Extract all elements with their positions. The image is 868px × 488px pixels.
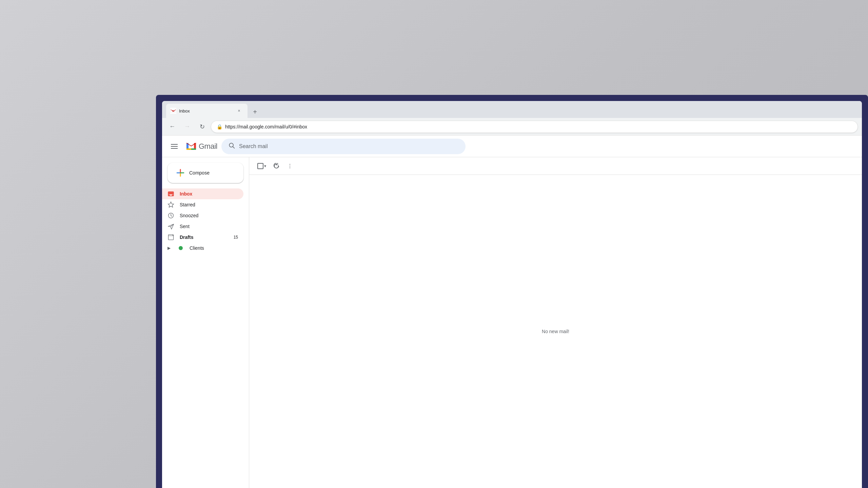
select-checkbox-button[interactable]: ▾ [255,162,269,170]
sidebar-item-snoozed-label: Snoozed [180,213,238,218]
browser-chrome: M Inbox × + ← → ↻ 🔒 https://mail.google.… [162,101,862,488]
no-new-mail-text: No new mail! [542,329,569,334]
refresh-button[interactable] [270,160,282,172]
refresh-icon [273,163,279,169]
forward-button[interactable]: → [181,121,193,133]
address-bar[interactable]: 🔒 https://mail.google.com/mail/u/0/#inbo… [211,121,858,133]
sidebar-item-clients[interactable]: ▶ Clients [162,243,243,253]
search-icon [228,142,235,150]
checkbox-square-icon [257,163,263,169]
compose-plus-icon [176,168,185,178]
sidebar-item-inbox[interactable]: Inbox [162,188,243,199]
compose-label: Compose [189,170,210,176]
svg-rect-6 [171,148,178,149]
hamburger-menu-button[interactable] [167,140,181,153]
tab-title: Inbox [179,108,233,114]
inbox-icon [167,190,174,197]
browser-tab[interactable]: M Inbox × [166,104,248,118]
sidebar-item-inbox-label: Inbox [180,191,238,197]
main-content: ▾ [249,157,862,488]
sidebar-item-snoozed[interactable]: Snoozed [162,210,243,221]
lock-icon: 🔒 [217,124,222,129]
gmail-logo: Gmail [185,140,217,152]
snoozed-icon [167,212,174,219]
sent-icon [167,223,174,230]
svg-rect-4 [171,144,178,145]
sidebar-item-drafts-label: Drafts [180,235,228,240]
sidebar-item-starred-label: Starred [180,202,238,207]
browser-content: Gmail Search mail [162,136,862,488]
chevron-down-icon: ▾ [264,164,266,168]
desktop: M Inbox × + ← → ↻ 🔒 https://mail.google.… [0,0,868,488]
svg-point-30 [290,167,290,168]
sidebar: Compose [162,157,249,488]
reload-button[interactable]: ↻ [196,121,208,133]
sidebar-item-sent[interactable]: Sent [162,221,243,232]
toolbar: ▾ [249,157,862,175]
monitor-frame: M Inbox × + ← → ↻ 🔒 https://mail.google.… [156,95,868,488]
gmail-header: Gmail Search mail [162,136,862,157]
sidebar-item-drafts[interactable]: Drafts 15 [162,232,243,243]
star-icon [167,201,174,208]
url-text: https://mail.google.com/mail/u/0/#inbox [225,124,852,129]
gmail-m-icon [185,140,197,152]
search-placeholder-text: Search mail [239,143,268,149]
drafts-icon [167,234,174,241]
clients-label-dot [177,245,184,251]
back-button[interactable]: ← [166,121,178,133]
gmail-logo-text: Gmail [199,142,217,151]
gmail-body: Compose [162,157,862,488]
new-tab-button[interactable]: + [249,106,261,118]
svg-text:M: M [172,109,174,113]
compose-button[interactable]: Compose [167,163,243,183]
svg-rect-12 [189,143,194,148]
gmail-favicon-icon: M [170,108,176,114]
svg-rect-5 [171,146,178,147]
svg-line-25 [171,216,172,217]
tab-bar: M Inbox × + [162,101,862,118]
sidebar-item-starred[interactable]: Starred [162,199,243,210]
svg-point-29 [290,165,290,166]
tab-close-button[interactable]: × [236,108,242,114]
more-options-button[interactable] [284,160,296,172]
sidebar-item-clients-label: Clients [190,245,238,251]
email-list-area: No new mail! [249,175,862,488]
more-options-icon [287,163,293,169]
svg-rect-27 [169,235,174,240]
hamburger-icon [171,143,178,150]
svg-rect-11 [191,148,196,150]
nav-bar: ← → ↻ 🔒 https://mail.google.com/mail/u/0… [162,118,862,136]
svg-line-14 [233,147,235,148]
expand-icon: ▶ [167,246,171,250]
gmail-app: Gmail Search mail [162,136,862,488]
svg-rect-10 [186,148,191,150]
search-bar[interactable]: Search mail [221,139,466,154]
sidebar-item-sent-label: Sent [180,224,238,229]
sidebar-item-drafts-count: 15 [234,235,238,240]
svg-point-28 [290,164,290,164]
